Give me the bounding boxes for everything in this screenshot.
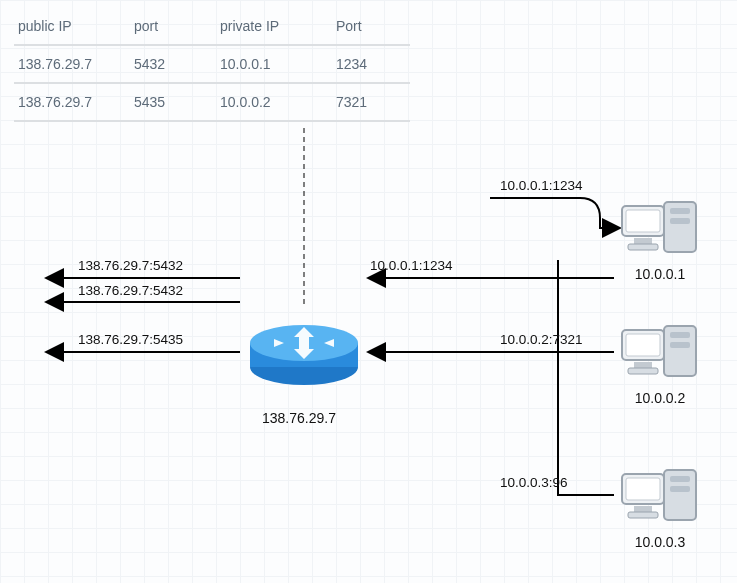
svg-rect-25	[626, 334, 660, 356]
nat-cell: 1234	[332, 56, 412, 72]
svg-rect-22	[670, 332, 690, 338]
flow-label: 10.0.0.2:7321	[500, 332, 583, 347]
nat-cell: 5435	[130, 94, 210, 110]
nat-cell: 5432	[130, 56, 210, 72]
host-icon: 10.0.0.3	[620, 466, 700, 538]
nat-header-port: port	[130, 18, 210, 34]
nat-cell: 10.0.0.1	[216, 56, 326, 72]
nat-table-row: 138.76.29.7 5435 10.0.0.2 7321	[14, 84, 410, 122]
host-ip-label: 10.0.0.2	[620, 390, 700, 406]
svg-rect-30	[670, 486, 690, 492]
router-icon	[244, 307, 364, 397]
svg-rect-18	[626, 210, 660, 232]
nat-cell: 138.76.29.7	[14, 56, 124, 72]
flow-label: 10.0.0.1:1234	[500, 178, 583, 193]
nat-header-port2: Port	[332, 18, 412, 34]
nat-table-row: 138.76.29.7 5432 10.0.0.1 1234	[14, 46, 410, 84]
flow-label: 138.76.29.7:5432	[78, 258, 183, 273]
svg-rect-23	[670, 342, 690, 348]
svg-rect-29	[670, 476, 690, 482]
nat-header-public-ip: public IP	[14, 18, 124, 34]
svg-rect-20	[628, 244, 658, 250]
host-icon: 10.0.0.2	[620, 322, 700, 394]
nat-cell: 7321	[332, 94, 412, 110]
nat-table: public IP port private IP Port 138.76.29…	[14, 8, 410, 122]
nat-header-private-ip: private IP	[216, 18, 326, 34]
flow-label: 10.0.0.3:96	[500, 475, 568, 490]
nat-table-header: public IP port private IP Port	[14, 8, 410, 46]
nat-diagram: public IP port private IP Port 138.76.29…	[0, 0, 737, 583]
svg-rect-33	[634, 506, 652, 512]
host-icon: 10.0.0.1	[620, 198, 700, 270]
router-ip-label: 138.76.29.7	[262, 410, 336, 426]
svg-rect-16	[670, 218, 690, 224]
svg-rect-26	[634, 362, 652, 368]
nat-cell: 138.76.29.7	[14, 94, 124, 110]
svg-rect-19	[634, 238, 652, 244]
flow-label: 138.76.29.7:5432	[78, 283, 183, 298]
flow-label: 10.0.0.1:1234	[370, 258, 453, 273]
svg-rect-27	[628, 368, 658, 374]
svg-rect-32	[626, 478, 660, 500]
host-ip-label: 10.0.0.3	[620, 534, 700, 550]
nat-cell: 10.0.0.2	[216, 94, 326, 110]
svg-rect-15	[670, 208, 690, 214]
flow-label: 138.76.29.7:5435	[78, 332, 183, 347]
host-ip-label: 10.0.0.1	[620, 266, 700, 282]
svg-rect-34	[628, 512, 658, 518]
